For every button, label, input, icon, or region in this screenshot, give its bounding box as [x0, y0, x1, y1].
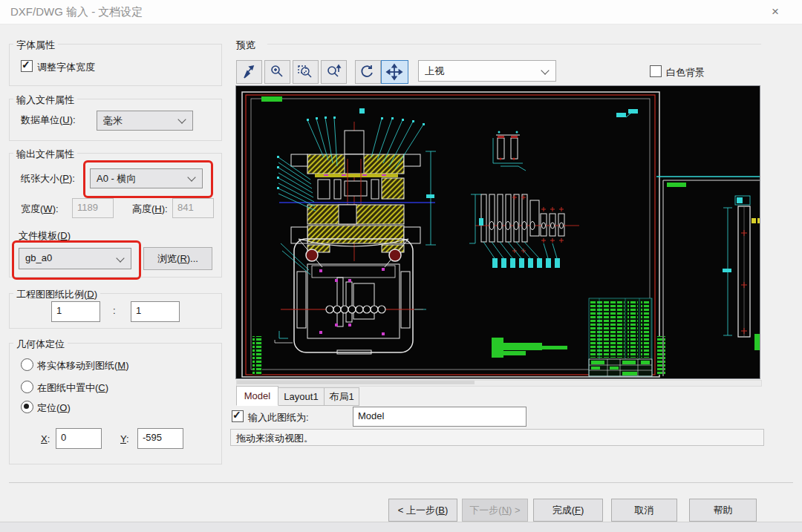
chevron-down-icon [177, 115, 186, 123]
cad-drawing [236, 86, 760, 378]
width-label: 宽度(W): [21, 203, 59, 216]
preview-scrollbar[interactable] [236, 380, 762, 387]
tab-buju1[interactable]: 布局1 [324, 387, 359, 406]
radio-position[interactable] [21, 401, 33, 413]
y-field[interactable]: -595 [137, 428, 183, 449]
adjust-font-width-label[interactable]: 调整字体宽度 [37, 61, 95, 74]
chevron-down-icon [187, 173, 195, 181]
import-sheet-label[interactable]: 输入此图纸为: [248, 411, 309, 424]
paper-size-label: 纸张大小(P): [21, 172, 75, 185]
sheet-scale-title: 工程图图纸比例(D) [13, 288, 100, 301]
preview-title-rule [267, 44, 761, 45]
view-orientation-select[interactable]: 上视 [418, 60, 556, 82]
output-file-title: 输出文件属性 [13, 148, 77, 161]
font-properties-title: 字体属性 [13, 39, 58, 52]
stripper-comb-view [469, 194, 579, 268]
help-button[interactable]: 帮助 [689, 499, 757, 522]
title-bar: DXF/DWG 输入 - 文档设定 × [0, 0, 802, 24]
green-stack-right [656, 336, 665, 375]
refresh-icon[interactable] [355, 60, 381, 84]
x-field[interactable]: 0 [56, 428, 102, 449]
adjust-font-width-checkbox[interactable] [21, 60, 33, 72]
file-template-select[interactable]: gb_a0 [19, 248, 131, 269]
footer-band [0, 522, 802, 532]
scale-separator: : [113, 305, 116, 316]
file-template-label: 文件模板(D) [19, 229, 71, 243]
radio-move-entities[interactable] [21, 358, 33, 371]
height-field: 841 [172, 198, 214, 218]
y-label: Y: [120, 433, 129, 444]
browse-button[interactable]: 浏览(R)... [143, 247, 212, 270]
chevron-down-icon [116, 254, 124, 262]
tab-layout1[interactable]: Layout1 [278, 387, 325, 406]
paper-size-select[interactable]: A0 - 横向 [90, 168, 203, 188]
zoom-area-icon[interactable] [293, 60, 319, 84]
preview-scrollbar-thumb[interactable] [237, 381, 475, 384]
blank-layout-shape [492, 338, 567, 358]
back-button[interactable]: < 上一步(B) [388, 499, 457, 522]
radio-center-in-sheet[interactable] [21, 381, 33, 393]
radio-move-entities-label[interactable]: 将实体移动到图纸(M) [37, 359, 129, 372]
finish-button[interactable]: 完成(F) [533, 499, 603, 522]
radio-center-in-sheet-label[interactable]: 在图纸中置中(C) [37, 381, 108, 395]
cancel-button[interactable]: 取消 [611, 499, 677, 522]
close-icon[interactable]: × [762, 3, 789, 21]
preview-title: 预览 [236, 39, 255, 52]
input-file-title: 输入文件属性 [13, 93, 77, 107]
status-bar: 拖动来滚动视图。 [230, 429, 764, 446]
next-button: 下一步(N) > [462, 499, 528, 522]
tab-model[interactable]: Model [236, 386, 278, 406]
white-background-checkbox[interactable] [650, 65, 662, 77]
radio-position-label[interactable]: 定位(O) [37, 401, 71, 415]
sheet-name-input[interactable]: Model [353, 407, 526, 427]
scale-denominator-field[interactable]: 1 [131, 301, 180, 322]
pan-icon[interactable] [381, 60, 408, 84]
die-top-view [275, 239, 426, 354]
status-text: 拖动来滚动视图。 [236, 432, 313, 445]
zoom-scale-icon[interactable] [321, 60, 347, 84]
data-units-label: 数据单位(U): [21, 114, 76, 127]
preview-canvas[interactable] [236, 86, 760, 378]
chevron-down-icon [541, 66, 549, 74]
data-units-select[interactable]: 毫米 [97, 111, 193, 131]
white-background-label[interactable]: 白色背景 [666, 66, 705, 79]
height-label: 高度(H): [132, 203, 168, 216]
bracket-detail-view [493, 131, 526, 171]
green-stack-left [252, 336, 262, 375]
geometry-positioning-title: 几何体定位 [13, 338, 68, 351]
footer-separator [9, 482, 793, 483]
import-sheet-checkbox[interactable] [232, 410, 244, 422]
pointer-icon[interactable] [236, 60, 262, 84]
zoom-icon[interactable] [264, 60, 290, 84]
second-sheet [656, 177, 760, 376]
window-title: DXF/DWG 输入 - 文档设定 [10, 5, 143, 19]
x-label: X: [41, 433, 50, 444]
bom-table [589, 298, 652, 376]
scale-numerator-field[interactable]: 1 [51, 301, 100, 322]
width-field: 1189 [72, 198, 114, 218]
